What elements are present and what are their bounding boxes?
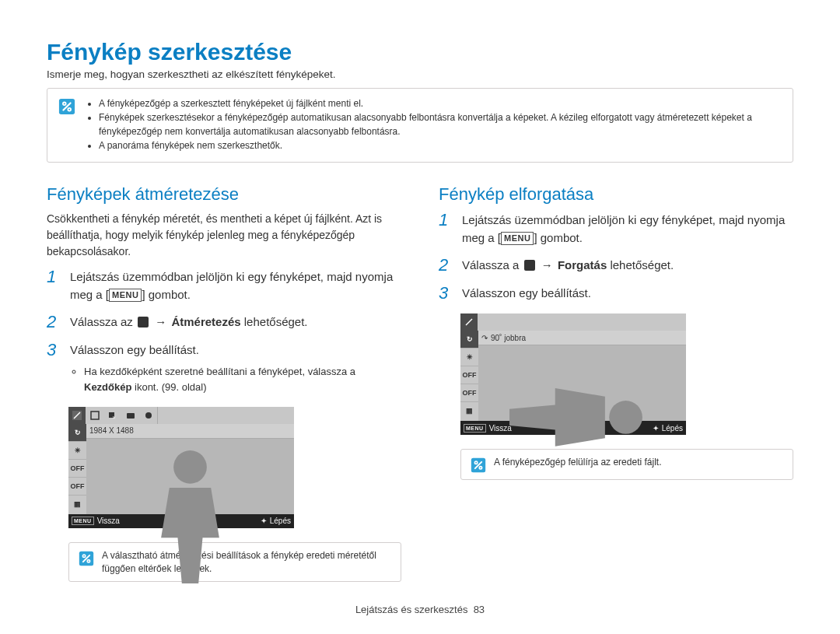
top-tab-icon: [140, 407, 158, 424]
svg-text:M: M: [113, 415, 115, 419]
step-text: ] gombot.: [534, 231, 583, 244]
top-tab-icon: M: [104, 407, 121, 424]
resize-substep: Ha kezdőképként szeretné beállítani a fé…: [84, 364, 401, 395]
resize-heading: Fényképek átméretezése: [47, 184, 401, 205]
footer-page-number: 83: [474, 604, 485, 615]
step-number: 2: [47, 313, 61, 331]
arrow-icon: →: [540, 258, 555, 271]
side-icon: ▦: [68, 495, 86, 513]
rotate-heading: Fénykép elforgatása: [439, 184, 793, 205]
edit-tool-icon: [524, 260, 535, 271]
side-icon: OFF: [68, 477, 86, 495]
column-resize: Fényképek átméretezése Csökkentheti a fé…: [47, 184, 401, 583]
step-option: Átméretezés: [171, 315, 240, 328]
step-text: Válassza az: [70, 315, 136, 328]
side-icon: ▦: [460, 401, 478, 419]
step-text: ] gombot.: [142, 288, 191, 301]
svg-point-9: [173, 450, 207, 484]
person-silhouette-icon: [86, 438, 294, 583]
top-note-body: A fényképezőgép a szerkesztett fényképek…: [85, 96, 782, 154]
preview-side-icons: ↻ ✳ OFF OFF ▦: [68, 424, 86, 514]
step-number: 3: [439, 284, 453, 303]
step-text: lehetőséget.: [241, 315, 308, 328]
svg-rect-7: [127, 413, 135, 419]
svg-rect-4: [91, 412, 99, 419]
top-tab-icon: [122, 407, 139, 424]
menu-badge: MENU: [501, 232, 534, 245]
resize-body: Csökkentheti a fénykép méretét, és menth…: [47, 211, 401, 260]
step-number: 3: [47, 341, 61, 396]
side-icon: ✳: [460, 348, 478, 366]
preview-side-icons: ↻ ✳ OFF OFF ▦: [460, 331, 478, 421]
rotate-step-1: 1 Lejátszás üzemmódban jelöljön ki egy f…: [439, 211, 793, 247]
preview-content: 1984 X 1488: [86, 424, 294, 514]
arrow-icon: →: [153, 315, 168, 328]
top-note-item: A fényképezőgép a szerkesztett fényképek…: [99, 97, 782, 110]
side-icon: OFF: [68, 459, 86, 477]
resize-step-2: 2 Válassza az → Átméretezés lehetőséget.: [47, 313, 401, 331]
step-text: Válasszon egy beállítást.: [70, 343, 199, 356]
side-icon: OFF: [460, 384, 478, 401]
side-icon: OFF: [460, 366, 478, 384]
preview-value: 90˚ jobbra: [491, 334, 526, 342]
page-intro: Ismerje meg, hogyan szerkesztheti az elk…: [47, 68, 793, 80]
rotate-arrow-icon: ↷: [481, 334, 488, 342]
column-rotate: Fénykép elforgatása 1 Lejátszás üzemmódb…: [439, 184, 793, 583]
step-text: Válassza a: [462, 258, 523, 271]
step-number: 1: [47, 268, 61, 304]
resize-step-3: 3 Válasszon egy beállítást. Ha kezdőképk…: [47, 341, 401, 396]
top-tab-icon: [86, 407, 103, 424]
side-icon: ✳: [68, 441, 86, 459]
top-note-item: A panoráma fényképek nem szerkeszthetők.: [99, 139, 782, 152]
menu-badge: MENU: [109, 289, 142, 302]
side-icon: ↻: [68, 424, 86, 441]
step-text: Válasszon egy beállítást.: [462, 284, 591, 303]
rotate-step-3: 3 Válasszon egy beállítást.: [439, 284, 793, 303]
svg-point-8: [145, 412, 152, 419]
note-icon: [58, 98, 75, 115]
side-icon: ↻: [460, 331, 478, 348]
step-number: 1: [439, 211, 453, 247]
footer-section: Lejátszás és szerkesztés: [355, 604, 468, 615]
preview-content: ↷ 90˚ jobbra: [478, 331, 686, 421]
top-tab-icon: [68, 407, 86, 424]
edit-tool-icon: [138, 317, 149, 328]
preview-top-tabs: [460, 313, 686, 331]
page-title: Fénykép szerkesztése: [47, 39, 793, 65]
step-option: Forgatás: [558, 258, 607, 271]
top-note-item: Fényképek szerkesztésekor a fényképezőgé…: [99, 111, 782, 138]
step-number: 2: [439, 256, 453, 275]
rotate-step-2: 2 Válassza a → Forgatás lehetőséget.: [439, 256, 793, 275]
top-note-box: A fényképezőgép a szerkesztett fényképek…: [47, 88, 793, 163]
top-tab-icon: [460, 313, 478, 331]
resize-preview: M ↻ ✳ OFF OFF ▦ 1984 X 1488: [68, 407, 294, 528]
resize-step-1: 1 Lejátszás üzemmódban jelöljön ki egy f…: [47, 268, 401, 304]
page-footer: Lejátszás és szerkesztés 83: [47, 604, 793, 615]
step-text: lehetőséget.: [607, 258, 674, 271]
preview-value: 1984 X 1488: [86, 424, 294, 439]
person-silhouette-icon: [478, 345, 686, 490]
preview-top-tabs: M: [68, 407, 294, 424]
svg-point-13: [609, 401, 642, 435]
rotate-preview: ↻ ✳ OFF OFF ▦ ↷ 90˚ jobbra: [460, 313, 686, 435]
